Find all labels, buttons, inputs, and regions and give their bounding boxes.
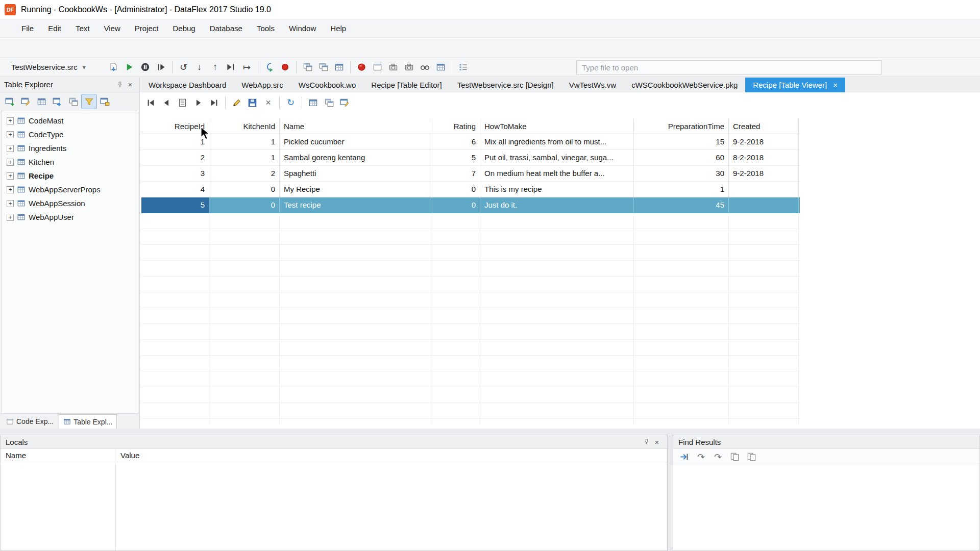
menu-tools[interactable]: Tools [250,19,282,38]
grid-cell[interactable]: 6 [432,134,480,149]
grid-cell[interactable]: My Recipe [280,182,432,197]
refresh-icon[interactable]: ↻ [283,95,299,110]
grid-cell[interactable]: 0 [209,197,280,213]
table-options-icon[interactable] [97,94,113,109]
column-header-name[interactable]: Name [280,119,432,134]
prev-record-icon[interactable] [159,95,175,110]
expand-icon[interactable]: + [7,172,14,180]
grid-cell[interactable]: 15 [634,134,729,149]
grid-row-5[interactable]: 50Test recipe0Just do it.45 [141,197,800,213]
menu-text[interactable]: Text [68,19,97,38]
tree-item-webappsession[interactable]: +WebAppSession [2,196,138,210]
expand-icon[interactable]: + [7,145,14,152]
grid-cell[interactable]: 1 [141,134,209,149]
goto-result-icon[interactable] [676,449,692,465]
tree-item-recipe[interactable]: +Recipe [2,169,138,183]
run-to-cursor-icon[interactable]: ↦ [239,60,255,75]
form-view-icon[interactable] [321,95,337,110]
delete-record-icon[interactable]: × [260,95,276,110]
step-into-icon[interactable]: ↓ [191,60,207,75]
close-icon[interactable]: × [125,80,135,90]
grid-row-2[interactable]: 21Sambal goreng kentang5Put oil, trassi,… [141,150,800,166]
grid-cell[interactable]: 1 [209,134,280,149]
grid-row-1[interactable]: 11Pickled cucumber6Mix all ingredients f… [141,134,800,150]
tab-webapp-src[interactable]: WebApp.src [234,78,290,92]
step-out-icon[interactable]: ↑ [207,60,223,75]
tab-cwscookbookwebservice-pkg[interactable]: cWSCookbookWebService.pkg [624,78,745,92]
edit-table-icon[interactable] [18,94,34,109]
menu-database[interactable]: Database [203,19,250,38]
watches-window-icon[interactable] [315,60,331,75]
tab-workspace-dashboard[interactable]: Workspace Dashboard [141,78,234,92]
pin-icon[interactable] [642,437,652,447]
tree-item-webappserverprops[interactable]: +WebAppServerProps [2,183,138,196]
next-record-icon[interactable] [190,95,206,110]
panel-layout-icon[interactable] [455,60,471,75]
edit-record-icon[interactable] [229,95,244,110]
run-icon[interactable] [121,60,137,75]
grid-cell[interactable]: 60 [634,150,729,165]
launch-config-combo[interactable]: TestWebservice.src ▾ [6,60,106,74]
tab-vwtestws-vw[interactable]: VwTestWs.vw [561,78,624,92]
grid-cell[interactable]: Mix all ingredients from oil to must... [480,134,634,149]
grid-cell[interactable]: Test recipe [280,197,432,213]
edit-columns-icon[interactable] [337,95,353,110]
tree-item-webappuser[interactable]: +WebAppUser [2,210,138,224]
grid-cell[interactable]: 0 [432,182,480,197]
filter-icon[interactable] [81,94,97,109]
toggle-trace-icon[interactable] [261,60,277,75]
grid-cell[interactable]: On medium heat melt the buffer a... [480,166,634,181]
breakpoints-icon[interactable] [354,60,370,75]
tab-wscookbook-wo[interactable]: WsCookbook.wo [291,78,364,92]
copy-all-results-icon[interactable] [744,449,760,465]
grid-view-icon[interactable] [305,95,321,110]
repeat-find-icon[interactable]: ↷ [693,449,709,465]
column-header-recipeid[interactable]: RecipeId [141,119,209,134]
column-header-rating[interactable]: Rating [432,119,480,134]
tab-recipe-table-viewer[interactable]: Recipe [Table Viewer]× [745,78,845,92]
grid-cell[interactable]: 45 [634,197,729,213]
column-header-created[interactable]: Created [729,119,799,134]
table-browser-icon[interactable] [433,60,449,75]
grid-cell[interactable]: Pickled cucumber [280,134,432,149]
column-header-value[interactable]: Value [115,449,667,463]
grid-cell[interactable]: 1 [209,150,280,165]
grid-cell[interactable]: 4 [141,182,209,197]
view-mode-icon[interactable] [65,94,81,109]
grid-cell[interactable]: 8-2-2018 [729,150,799,165]
expand-icon[interactable]: + [7,159,14,166]
webapp-monitor-icon[interactable] [385,60,401,75]
grid-cell[interactable] [729,197,799,213]
grid-cell[interactable]: 0 [432,197,480,213]
pin-icon[interactable] [115,80,125,90]
tree-item-kitchen[interactable]: +Kitchen [2,155,138,169]
last-record-icon[interactable] [206,95,222,110]
expand-icon[interactable]: + [7,117,14,124]
grid-row-3[interactable]: 32Spaghetti7On medium heat melt the buff… [141,166,800,182]
menu-project[interactable]: Project [128,19,166,38]
tab-table-explorer[interactable]: Table Expl... [59,414,117,429]
grid-cell[interactable]: Just do it. [480,197,634,213]
step-over-icon[interactable] [223,60,239,75]
tree-item-codemast[interactable]: +CodeMast [2,114,138,128]
expand-icon[interactable]: + [7,200,14,207]
close-icon[interactable]: × [652,437,662,447]
save-record-icon[interactable] [244,95,260,110]
grid-cell[interactable]: Spaghetti [280,166,432,181]
expand-icon[interactable]: + [7,186,14,193]
tab-code-explorer[interactable]: Code Exp... [2,414,58,429]
grid-cell[interactable]: 1 [634,182,729,197]
grid-cell[interactable]: 7 [432,166,480,181]
tab-close-icon[interactable]: × [833,81,838,89]
first-record-icon[interactable] [143,95,159,110]
expand-icon[interactable]: + [7,131,14,138]
preview-icon[interactable] [417,60,433,75]
grid-row-4[interactable]: 40My Recipe0This is my recipe1 [141,182,800,197]
menu-edit[interactable]: Edit [41,19,68,38]
tree-item-ingredients[interactable]: +Ingredients [2,141,138,155]
compile-icon[interactable] [106,60,121,75]
copy-result-icon[interactable] [727,449,743,465]
grid-cell[interactable]: Put oil, trassi, sambal, vinegar, suga..… [480,150,634,165]
grid-cell[interactable]: 3 [141,166,209,181]
expand-icon[interactable]: + [7,214,14,221]
